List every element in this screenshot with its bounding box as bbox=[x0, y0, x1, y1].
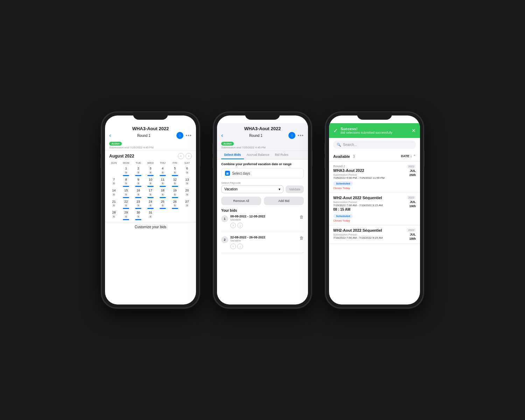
list-item-3-date: 2022 JUL18th bbox=[403, 228, 416, 241]
tab-accrual-balance[interactable]: Accrual Balance bbox=[244, 151, 272, 159]
paycode-row: Vacation ▾ Validate bbox=[221, 185, 304, 193]
cal-cell-24[interactable]: 245 bbox=[145, 199, 157, 210]
bid-dates-2: 22-08-2022 - 26-08-2022 bbox=[230, 236, 298, 239]
p2-active-badge: Active bbox=[221, 140, 304, 146]
bid-info-2: 22-08-2022 - 26-08-2022 Vacation ↑ ↓ bbox=[230, 236, 298, 249]
cal-cell-12[interactable]: 125 bbox=[169, 177, 181, 188]
cal-cell-27[interactable]: 275 bbox=[181, 199, 193, 210]
date-sort-button[interactable]: DATE ↓ ⌃ bbox=[401, 154, 416, 158]
select-days-button[interactable]: ▦ Select days bbox=[221, 168, 304, 178]
cal-cell-15[interactable]: 155 bbox=[120, 188, 132, 198]
cal-cell-22[interactable]: 225 bbox=[120, 199, 132, 210]
list-item-1-month-day: JUL25th bbox=[409, 169, 416, 177]
list-item-1-round: Round 2 bbox=[333, 164, 400, 168]
search-input[interactable]: Search... bbox=[343, 143, 357, 147]
cal-cell-4[interactable]: 45 bbox=[156, 166, 169, 176]
available-header: Available 3 DATE ↓ ⌃ bbox=[329, 152, 420, 162]
cal-cell-23[interactable]: 235 bbox=[132, 199, 145, 210]
list-item-3-main: WH2-Aout 2022 Séquentiel Submission Peri… bbox=[333, 228, 400, 241]
cal-cell-6[interactable]: 65 bbox=[181, 166, 193, 176]
cal-cell-29[interactable]: 295 bbox=[120, 210, 132, 220]
delete-bid-2[interactable]: 🗑 bbox=[300, 236, 304, 240]
delete-bid-1[interactable]: 🗑 bbox=[300, 215, 304, 219]
p2-back-button[interactable]: ‹ bbox=[221, 132, 223, 139]
cal-cell-13[interactable]: 135 bbox=[181, 177, 193, 188]
list-item-1-period-label: Submission Period: bbox=[333, 173, 400, 176]
cal-cell-5[interactable]: 55 bbox=[169, 166, 181, 176]
expand-icon: ⌃ bbox=[413, 154, 416, 158]
cal-cell-11[interactable]: 115 bbox=[156, 177, 169, 188]
list-item-1-main: Round 2 WHA3-Aout 2022 Submission Period… bbox=[333, 164, 400, 190]
cal-cell-14[interactable]: 145 bbox=[108, 188, 120, 198]
phone-1-vol-up bbox=[100, 144, 102, 154]
cal-cell-9[interactable]: 95 bbox=[132, 177, 145, 188]
list-item-1-name: WHA3-Aout 2022 bbox=[333, 168, 400, 173]
bid-down-1[interactable]: ↓ bbox=[237, 223, 243, 228]
next-month-button[interactable]: › bbox=[186, 153, 192, 159]
p2-info-icon[interactable]: i bbox=[288, 132, 295, 139]
list-item-2-badges: Scheduled bbox=[333, 212, 400, 219]
success-check-icon: ✓ bbox=[333, 127, 338, 134]
submission-text: Submission end 7/25/2022 4:45 PM bbox=[109, 146, 192, 149]
remove-all-button[interactable]: Remove All bbox=[221, 197, 261, 205]
phone-1-nav-row: ‹ Round 1 i ••• bbox=[109, 132, 192, 139]
p2-header-icons: i ••• bbox=[288, 132, 304, 139]
cal-cell-26[interactable]: 265 bbox=[169, 199, 181, 210]
paycode-dropdown-icon: ▾ bbox=[279, 187, 280, 191]
cal-cell-7[interactable]: 75 bbox=[108, 177, 120, 188]
customize-bids[interactable]: Customize your bids bbox=[105, 222, 196, 232]
cal-cell-8[interactable]: 85 bbox=[120, 177, 132, 188]
p2-more-icon[interactable]: ••• bbox=[298, 133, 304, 138]
back-button[interactable]: ‹ bbox=[109, 132, 111, 139]
day-headers: SUN MON TUE WED THU FRI SAT bbox=[108, 161, 193, 165]
bid-num-2: 2 bbox=[221, 236, 228, 243]
cal-cell-21[interactable]: 215 bbox=[108, 199, 120, 210]
success-close-button[interactable]: ✕ bbox=[412, 128, 416, 133]
bid-info-1: 08-08-2022 - 12-08-2022 Vacation ↑ ↓ bbox=[230, 215, 298, 228]
cal-cell-17[interactable]: 175 bbox=[145, 188, 157, 198]
search-bar[interactable]: 🔍 Search... bbox=[333, 141, 416, 149]
paycode-value: Vacation bbox=[224, 187, 238, 191]
bid-up-2[interactable]: ↑ bbox=[230, 244, 236, 249]
info-icon[interactable]: i bbox=[176, 132, 183, 139]
cal-week-5: 285 295 305 315 bbox=[108, 210, 193, 220]
bid-up-1[interactable]: ↑ bbox=[230, 223, 236, 228]
list-item-3[interactable]: WH2-Aout 2022 Séquentiel Submission Peri… bbox=[329, 225, 420, 244]
bid-item-2: 2 22-08-2022 - 26-08-2022 Vacation ↑ ↓ 🗑 bbox=[221, 236, 304, 253]
cal-cell-25[interactable]: 255 bbox=[156, 199, 169, 210]
phone-1-vol-down bbox=[100, 158, 102, 168]
cal-cell-28[interactable]: 285 bbox=[108, 210, 120, 220]
calendar-grid: SUN MON TUE WED THU FRI SAT 15 25 35 bbox=[105, 161, 196, 220]
header-icons: i ••• bbox=[176, 132, 192, 139]
cal-cell-2[interactable]: 25 bbox=[132, 166, 145, 176]
bid-down-2[interactable]: ↓ bbox=[237, 244, 243, 249]
phone-2-nav-row: ‹ Round 1 i ••• bbox=[221, 132, 304, 139]
cal-cell-3[interactable]: 35 bbox=[145, 166, 157, 176]
cal-cell-20[interactable]: 205 bbox=[181, 188, 193, 198]
cal-cell-10[interactable]: 105 bbox=[145, 177, 157, 188]
cal-cell-1[interactable]: 15 bbox=[120, 166, 132, 176]
cal-week-3: 145 155 165 175 185 195 205 bbox=[108, 188, 193, 198]
list-item-2-status: Scheduled bbox=[333, 214, 353, 218]
cal-cell-18[interactable]: 185 bbox=[156, 188, 169, 198]
action-buttons: Remove All Add Bid bbox=[221, 197, 304, 205]
bid-dates-1: 08-08-2022 - 12-08-2022 bbox=[230, 215, 298, 218]
paycode-select[interactable]: Vacation ▾ bbox=[221, 185, 284, 193]
active-badge: Active bbox=[109, 140, 192, 146]
cal-cell-19[interactable]: 195 bbox=[169, 188, 181, 198]
cal-cell-30[interactable]: 305 bbox=[132, 210, 145, 220]
add-bid-button[interactable]: Add Bid bbox=[264, 197, 304, 205]
list-item-2[interactable]: WH2-Aout 2022 Séquentiel Submission Peri… bbox=[329, 193, 420, 225]
tab-bid-rules[interactable]: Bid Rules bbox=[272, 151, 292, 159]
calendar-month-nav: August 2022 ‹ › bbox=[105, 151, 196, 161]
more-icon[interactable]: ••• bbox=[186, 133, 192, 138]
prev-month-button[interactable]: ‹ bbox=[178, 153, 184, 159]
p2-submission-text: Submission end 7/25/2022 4:45 PM bbox=[221, 146, 304, 149]
cal-cell-16[interactable]: 165 bbox=[132, 188, 145, 198]
tab-select-bids[interactable]: Select Bids bbox=[221, 151, 244, 159]
cal-cell-31[interactable]: 315 bbox=[145, 210, 157, 220]
validate-button[interactable]: Validate bbox=[286, 186, 304, 193]
list-item-1[interactable]: Round 2 WHA3-Aout 2022 Submission Period… bbox=[329, 162, 420, 193]
phone-1-notch bbox=[133, 112, 168, 120]
date-sort-label: DATE bbox=[401, 154, 410, 158]
